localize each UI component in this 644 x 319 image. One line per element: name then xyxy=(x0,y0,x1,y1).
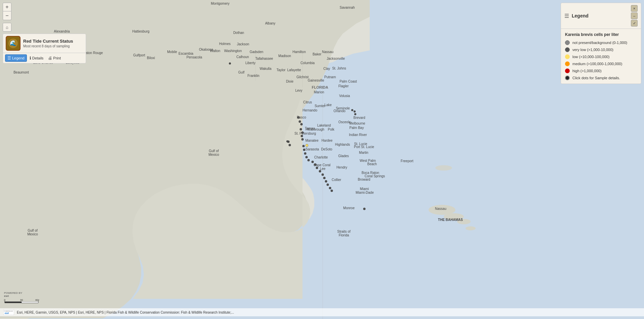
svg-text:Jacksonville: Jacksonville xyxy=(327,57,345,60)
svg-text:Beaumont: Beaumont xyxy=(13,71,29,74)
svg-text:Baker: Baker xyxy=(313,52,322,56)
map-container[interactable]: Montgomery Savannah Alexandria Hattiesbu… xyxy=(0,0,644,319)
legend-items: not present/background (0-1,000)very low… xyxy=(565,40,637,73)
svg-text:St. Petersburg: St. Petersburg xyxy=(294,132,316,135)
sample-dot[interactable] xyxy=(303,145,305,147)
svg-text:esri: esri xyxy=(5,312,9,314)
svg-text:Brevard: Brevard xyxy=(353,116,365,120)
svg-text:Nassau: Nassau xyxy=(322,50,333,54)
svg-text:Hamilton: Hamilton xyxy=(292,50,306,54)
sample-dot[interactable] xyxy=(319,170,321,173)
details-button[interactable]: ℹ Details xyxy=(28,55,46,61)
svg-text:Miami-Dade: Miami-Dade xyxy=(356,191,374,194)
svg-text:Indian River: Indian River xyxy=(349,133,367,137)
svg-text:Osceola: Osceola xyxy=(338,120,351,124)
sample-dot[interactable] xyxy=(301,132,304,134)
svg-text:Miami: Miami xyxy=(360,187,369,191)
sample-dot[interactable] xyxy=(306,144,308,147)
sample-dot[interactable] xyxy=(300,123,303,126)
sample-dot[interactable] xyxy=(308,159,310,162)
svg-text:Lafayette: Lafayette xyxy=(287,68,301,72)
svg-text:Hattiesburg: Hattiesburg xyxy=(132,30,149,33)
svg-point-7 xyxy=(466,226,476,230)
svg-text:Albany: Albany xyxy=(265,21,276,25)
sample-dot[interactable] xyxy=(323,177,326,179)
sample-dot[interactable] xyxy=(316,167,318,169)
svg-text:Tampa: Tampa xyxy=(305,127,315,130)
sample-dot[interactable] xyxy=(354,110,356,112)
svg-text:Biloxi: Biloxi xyxy=(147,56,155,60)
sample-dot[interactable] xyxy=(300,128,302,131)
esri-attribution: POWERED BY esri Esri, HERE, Garmin, USGS… xyxy=(0,308,644,316)
svg-text:Highlands: Highlands xyxy=(335,143,350,146)
svg-text:Columbia: Columbia xyxy=(300,61,315,65)
sample-dot[interactable] xyxy=(331,190,333,192)
list-icon: ☰ xyxy=(7,56,11,60)
sample-dot[interactable] xyxy=(301,135,303,137)
svg-text:Wakulla: Wakulla xyxy=(259,67,272,71)
sample-dot[interactable] xyxy=(322,174,324,176)
svg-text:Putnam: Putnam xyxy=(324,75,336,79)
svg-point-8 xyxy=(435,165,452,171)
sample-dot[interactable] xyxy=(286,140,288,142)
app-title: Red Tide Current Status xyxy=(23,39,73,44)
svg-text:Palm Bay: Palm Bay xyxy=(350,126,364,130)
svg-text:Sumter: Sumter xyxy=(315,104,326,108)
scale-bar: POWERED BYesri 0 30 60mi xyxy=(4,291,39,306)
svg-text:Tallahassee: Tallahassee xyxy=(255,57,273,60)
legend-button[interactable]: ☰ Legend xyxy=(5,54,27,62)
sample-dot[interactable] xyxy=(351,109,353,111)
sample-dot[interactable] xyxy=(314,164,317,166)
legend-collapse-button[interactable]: – xyxy=(631,12,638,19)
sample-dot[interactable] xyxy=(304,152,307,155)
svg-text:DeSoto: DeSoto xyxy=(321,147,332,151)
sample-dot[interactable] xyxy=(229,62,231,64)
map-controls: + − xyxy=(3,3,11,20)
svg-text:Florida: Florida xyxy=(339,233,349,237)
sample-dot[interactable] xyxy=(306,156,308,158)
svg-text:St. Johns: St. Johns xyxy=(332,66,346,70)
zoom-out-button[interactable]: − xyxy=(3,11,11,20)
sample-dot[interactable] xyxy=(363,208,366,210)
svg-text:Baton Rouge: Baton Rouge xyxy=(83,51,103,55)
svg-text:Madison: Madison xyxy=(278,54,291,58)
sample-dot[interactable] xyxy=(299,121,301,123)
svg-text:Marion: Marion xyxy=(314,90,324,94)
legend-header: ☰ Legend × – ✓ xyxy=(561,3,641,29)
sample-dot[interactable] xyxy=(312,161,314,163)
sample-dot[interactable] xyxy=(289,144,291,146)
svg-text:Hardee: Hardee xyxy=(322,139,333,142)
svg-text:Melbourne: Melbourne xyxy=(349,122,365,125)
sample-dot[interactable] xyxy=(327,184,329,186)
sample-dot[interactable] xyxy=(297,117,300,119)
legend-title: Legend xyxy=(572,13,628,18)
legend-close-button[interactable]: × xyxy=(631,5,638,12)
sample-dot[interactable] xyxy=(325,180,327,183)
app-subtitle: Most recent 8 days of sampling xyxy=(23,44,73,48)
legend-controls: × – ✓ xyxy=(631,5,638,27)
svg-text:Palm Coast: Palm Coast xyxy=(339,80,357,83)
svg-text:Escambia: Escambia xyxy=(178,52,193,55)
svg-text:Flagler: Flagler xyxy=(338,84,349,88)
legend-subtitle: Karenia brevis cells per liter xyxy=(565,32,637,37)
legend-check-button[interactable]: ✓ xyxy=(631,20,638,27)
legend-item-label: low (>10,000-100,000) xyxy=(572,55,609,59)
top-left-panel: 🌊 Red Tide Current Status Most recent 8 … xyxy=(3,34,86,63)
zoom-in-button[interactable]: + xyxy=(3,3,11,11)
sample-dot[interactable] xyxy=(303,149,306,151)
map-svg: Montgomery Savannah Alexandria Hattiesbu… xyxy=(0,0,644,319)
sample-dot[interactable] xyxy=(301,138,304,141)
svg-text:Dixie: Dixie xyxy=(286,80,294,83)
svg-text:Clay: Clay xyxy=(323,67,330,71)
svg-text:Levy: Levy xyxy=(295,89,302,92)
svg-text:Washington: Washington xyxy=(224,49,242,53)
sample-dot[interactable] xyxy=(329,187,331,189)
app-logo: 🌊 xyxy=(6,36,21,51)
svg-text:Liberty: Liberty xyxy=(245,61,255,65)
home-button[interactable]: ⌂ xyxy=(3,23,11,32)
legend-item: high (>1,000,000) xyxy=(565,69,637,73)
sample-dot[interactable] xyxy=(354,113,356,115)
svg-text:Pensacola: Pensacola xyxy=(187,55,202,59)
svg-text:Lakeland: Lakeland xyxy=(317,124,331,127)
print-button[interactable]: 🖨 Print xyxy=(46,55,63,61)
